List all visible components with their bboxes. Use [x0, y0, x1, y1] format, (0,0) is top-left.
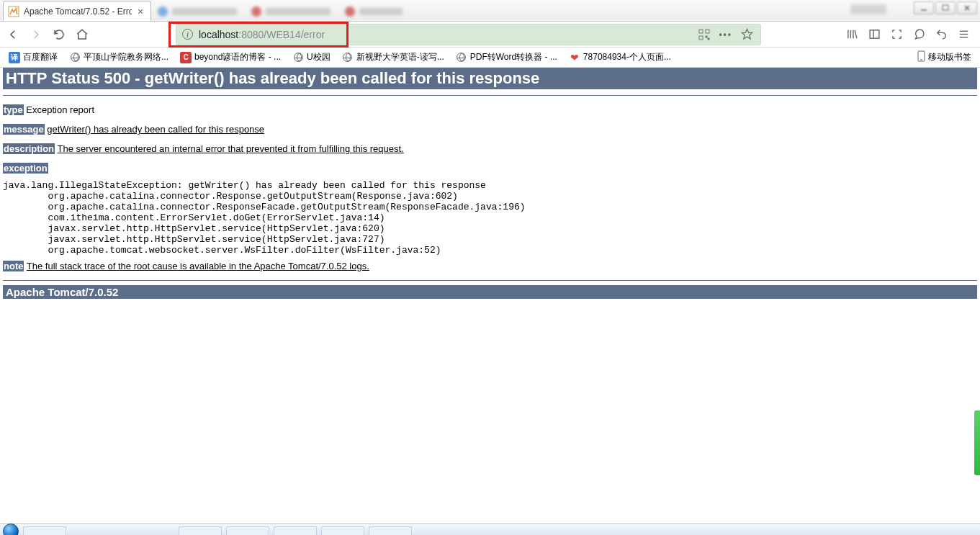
stack-trace: java.lang.IllegalStateException: getWrit… — [0, 178, 980, 256]
reload-button[interactable] — [50, 26, 68, 43]
bookmark-star-icon[interactable] — [741, 28, 753, 40]
svg-rect-3 — [943, 5, 948, 10]
svg-rect-16 — [870, 30, 879, 38]
taskbar-item[interactable] — [226, 526, 269, 535]
taskbar-item[interactable] — [23, 526, 66, 535]
menu-icon[interactable] — [958, 28, 970, 40]
mobile-bookmarks-button[interactable]: 移动版书签 — [917, 50, 976, 64]
svg-marker-11 — [742, 29, 752, 38]
blurred-indicator — [850, 4, 886, 14]
browser-tab-inactive[interactable] — [338, 2, 410, 21]
exception-label: exception — [3, 163, 48, 174]
more-icon[interactable]: ••• — [719, 30, 732, 40]
undo-icon[interactable] — [935, 28, 948, 40]
browser-toolbar: i localhost:8080/WEB14/error ••• — [0, 22, 980, 48]
bookmark-item-nhce[interactable]: 新视野大学英语-读写... — [338, 50, 449, 65]
heart-icon: ❤ — [569, 52, 580, 63]
annotation-highlight — [168, 22, 349, 48]
screenshot-icon[interactable] — [891, 28, 903, 40]
windows-taskbar — [0, 523, 980, 535]
message-label: message — [3, 124, 45, 135]
globe-icon — [292, 52, 304, 63]
address-bar-actions: ••• — [698, 28, 753, 40]
window-minimize-button[interactable] — [914, 1, 934, 14]
address-bar-container: i localhost:8080/WEB14/error ••• — [176, 24, 761, 45]
globe-icon — [342, 52, 354, 63]
http-status-heading: HTTP Status 500 - getWriter() has alread… — [3, 68, 977, 89]
globe-icon — [69, 52, 81, 63]
browser-right-tools — [846, 28, 976, 40]
svg-rect-7 — [706, 30, 709, 33]
taskbar-item[interactable] — [274, 526, 317, 535]
taskbar-item[interactable] — [369, 526, 412, 535]
home-button[interactable] — [73, 26, 91, 43]
window-controls — [914, 1, 977, 14]
window-maximize-button[interactable] — [935, 1, 956, 14]
error-note-line: note The full stack trace of the root ca… — [0, 256, 980, 276]
tab-close-button[interactable]: × — [136, 6, 145, 17]
error-message-line: message getWriter() has already been cal… — [0, 120, 980, 139]
mobile-icon — [917, 50, 925, 64]
bookmark-item-blog[interactable]: C beyond谚语的博客 - ... — [176, 50, 285, 65]
bookmark-item-ucampus[interactable]: U校园 — [288, 50, 335, 65]
divider — [3, 280, 977, 281]
tab-title: Apache Tomcat/7.0.52 - Erro — [24, 6, 132, 17]
scroll-indicator — [974, 410, 980, 475]
message-value: getWriter() has already been called for … — [47, 124, 264, 135]
svg-line-15 — [855, 30, 857, 38]
browser-tab-inactive[interactable] — [150, 2, 244, 21]
blog-c-icon: C — [180, 52, 192, 63]
globe-icon — [456, 52, 467, 63]
browser-tab-strip: Apache Tomcat/7.0.52 - Erro × — [0, 0, 980, 22]
bookmark-item-pdsu[interactable]: 平顶山学院教务网络... — [65, 50, 173, 65]
bookmark-item-pdf[interactable]: PDF转Word转换器 - ... — [451, 50, 562, 65]
taskbar-item[interactable] — [321, 526, 364, 535]
bookmarks-toolbar: 译 百度翻译 平顶山学院教务网络... C beyond谚语的博客 - ... … — [0, 48, 980, 68]
page-content: HTTP Status 500 - getWriter() has alread… — [0, 68, 980, 299]
type-value: Exception report — [26, 104, 94, 115]
note-value: The full stack trace of the root cause i… — [27, 261, 369, 271]
svg-rect-10 — [708, 38, 709, 40]
description-value: The server encountered an internal error… — [57, 143, 403, 154]
description-label: description — [3, 143, 55, 154]
note-label: note — [3, 261, 24, 271]
chat-icon[interactable] — [913, 28, 925, 40]
browser-tab-inactive[interactable] — [244, 2, 338, 21]
library-icon[interactable] — [846, 28, 858, 40]
taskbar-item[interactable] — [179, 526, 222, 535]
svg-rect-8 — [699, 36, 703, 40]
tomcat-footer: Apache Tomcat/7.0.52 — [3, 285, 977, 299]
svg-rect-9 — [706, 36, 707, 37]
start-button[interactable] — [3, 523, 19, 535]
svg-rect-6 — [699, 30, 703, 33]
divider — [3, 95, 977, 96]
back-button[interactable] — [4, 26, 22, 43]
window-close-button[interactable] — [957, 1, 977, 14]
tomcat-favicon — [8, 6, 19, 17]
error-description-line: description The server encountered an in… — [0, 139, 980, 158]
type-label: type — [3, 104, 24, 115]
error-type-line: type Exception report — [0, 100, 980, 120]
error-exception-line: exception — [0, 158, 980, 178]
svg-point-1 — [15, 7, 18, 10]
forward-button[interactable] — [27, 26, 45, 43]
baidu-translate-icon: 译 — [9, 52, 20, 63]
sidebar-icon[interactable] — [868, 28, 881, 40]
bookmark-item-qq-profile[interactable]: ❤ 787084934-个人页面... — [565, 50, 675, 65]
bookmark-item-baidu-translate[interactable]: 译 百度翻译 — [4, 50, 62, 65]
qr-icon[interactable] — [698, 29, 710, 40]
browser-tab-active[interactable]: Apache Tomcat/7.0.52 - Erro × — [3, 1, 151, 21]
